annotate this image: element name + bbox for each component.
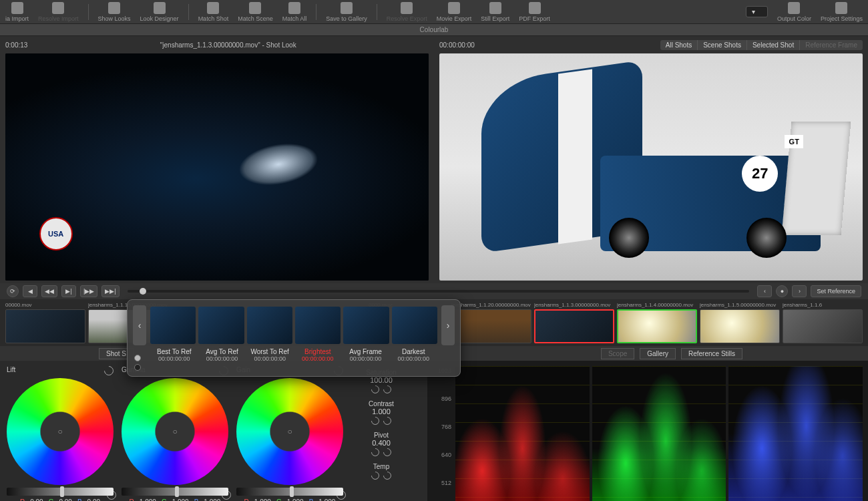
show-looks-button[interactable]: Show Looks (98, 2, 131, 22)
filter-selected-shot[interactable]: Selected Shot (747, 40, 800, 50)
popup-next-button[interactable]: › (441, 305, 455, 345)
nav-prev-button[interactable]: ‹ (757, 285, 772, 297)
contrast-slider[interactable]: Contrast1.000 (351, 400, 411, 429)
popup-option-1[interactable]: Avg To Ref00:00:00:00 (198, 348, 246, 362)
popup-thumb-4[interactable] (343, 307, 389, 344)
left-clip-0[interactable]: 00000.mov (5, 302, 85, 343)
gamma-master-slider[interactable] (122, 488, 228, 496)
left-timecode: 0:00:13 (5, 41, 27, 49)
main-toolbar: ia Import Resolve Import Show Looks Look… (0, 0, 868, 24)
gallery-tab[interactable]: Gallery (640, 348, 676, 359)
pivot-reset-icon[interactable] (370, 447, 381, 458)
lift-master-slider[interactable] (7, 488, 114, 496)
right-clip-3[interactable]: jensharms_1.1.4.00000000.mov (617, 302, 697, 343)
match-shot-button[interactable]: Match Shot (198, 2, 229, 22)
scrubber[interactable] (128, 290, 750, 293)
popup-prev-button[interactable]: ‹ (133, 305, 146, 345)
popup-radio-2[interactable] (134, 364, 141, 371)
reference-stills-tab[interactable]: Reference Stills (681, 348, 742, 359)
popup-option-0[interactable]: Best To Ref00:00:00:00 (150, 348, 198, 362)
gamma-color-wheel[interactable] (122, 378, 228, 485)
back-button[interactable]: ◀ (23, 285, 37, 297)
look-designer-button[interactable]: Look Designer (140, 2, 179, 22)
filter-reference-frame[interactable]: Reference Frame (800, 40, 863, 50)
lift-reset-icon[interactable] (102, 364, 116, 377)
right-viewer: 00:00:00:00 All Shots Scene Shots Select… (434, 36, 868, 283)
prev-clip-button[interactable]: ◀◀ (41, 285, 57, 297)
popup-radio-1[interactable] (134, 355, 141, 361)
app-title-bar: Colourlab (0, 24, 868, 36)
right-clip-1[interactable]: jensharms_1.1.20.00000000.mov (451, 302, 531, 343)
lift-wheel-group: Lift R0.00 G0.00 B0.00 (7, 366, 114, 501)
left-clip-title: "jensharms_1.1.3.00000000.mov" - Shot Lo… (160, 41, 296, 49)
gain-wheel-group: Gain R1.000 G1.000 B1.000 (236, 366, 343, 501)
filmstrip-left: 00000.mov jensharms_1.1.15.00000000.mov … (0, 299, 363, 346)
match-all-button[interactable]: Match All (282, 2, 307, 22)
resolve-import-button[interactable]: Resolve Import (38, 2, 79, 22)
contrast-link-icon[interactable] (382, 415, 393, 427)
scope-red-channel (455, 366, 590, 501)
right-clip-4[interactable]: jensharms_1.1.5.00000000.mov (700, 302, 780, 343)
still-export-button[interactable]: Still Export (481, 2, 509, 22)
pivot-slider[interactable]: Pivot0.400 (351, 432, 411, 460)
scope-y-axis: 1023896768640512384 (431, 365, 454, 501)
resolve-export-button[interactable]: Resolve Export (387, 2, 427, 22)
play-forward-button[interactable]: |▶▶ (80, 285, 97, 297)
adjustment-sliders: Saturation100.00 Contrast1.000 Pivot0.40… (351, 366, 411, 501)
popup-option-3[interactable]: Brightest00:00:00:00 (294, 348, 342, 362)
play-back-button[interactable]: ▶| (61, 285, 76, 297)
frame-select-popup: ‹ › Best To Ref00:00:00:00Avg To Ref00:0… (127, 299, 461, 377)
scope-blue-channel (728, 366, 863, 501)
popup-option-2[interactable]: Worst To Ref00:00:00:00 (246, 348, 294, 362)
filter-scene-shots[interactable]: Scene Shots (698, 40, 747, 50)
filter-all-shots[interactable]: All Shots (660, 40, 698, 50)
scope-green-channel (592, 366, 726, 501)
gain-rgb-readout: R1.000 G1.000 B1.000 (244, 498, 336, 501)
popup-option-4[interactable]: Avg Frame00:00:00:00 (342, 348, 390, 362)
contrast-reset-icon[interactable] (370, 415, 381, 427)
left-viewport[interactable] (5, 53, 429, 281)
gamma-wheel-group: Gamma R1.000 G1.000 B1.000 (122, 366, 228, 501)
color-wheels-panel: Lift R0.00 G0.00 B0.00 Gamma R1.000 G1.0… (0, 361, 427, 501)
scope-tab[interactable]: Scope (601, 348, 634, 359)
shot-filter-pills: All Shots Scene Shots Selected Shot Refe… (660, 40, 863, 50)
nav-next-button[interactable]: › (792, 285, 807, 297)
loop-button[interactable]: ⟳ (7, 285, 19, 297)
save-gallery-button[interactable]: Save to Gallery (326, 2, 367, 22)
left-viewer: 0:00:13 "jensharms_1.1.3.00000000.mov" -… (0, 36, 434, 283)
gamma-rgb-readout: R1.000 G1.000 B1.000 (130, 498, 221, 501)
gain-color-wheel[interactable] (236, 378, 343, 485)
pivot-link-icon[interactable] (382, 447, 393, 458)
right-clip-2[interactable]: jensharms_1.1.3.00000000.mov (534, 302, 614, 343)
lift-rgb-readout: R0.00 G0.00 B0.00 (20, 498, 100, 501)
pdf-export-button[interactable]: PDF Export (519, 2, 550, 22)
popup-thumb-1[interactable] (198, 307, 244, 344)
output-color-button[interactable]: Output Color (777, 2, 811, 22)
temp-slider[interactable]: Temp (351, 463, 411, 484)
toolbar-group-import: ia Import Resolve Import (5, 2, 79, 22)
gain-master-slider[interactable] (236, 488, 343, 496)
saturation-reset-icon[interactable] (370, 384, 381, 395)
saturation-link-icon[interactable] (382, 384, 393, 395)
media-import-button[interactable]: ia Import (5, 2, 29, 22)
temp-reset-icon[interactable] (370, 470, 381, 482)
next-clip-button[interactable]: ▶▶| (101, 285, 119, 297)
lift-label: Lift (7, 366, 15, 375)
popup-thumb-5[interactable] (392, 307, 437, 344)
popup-option-5[interactable]: Darkest00:00:00:00 (389, 348, 437, 362)
temp-link-icon[interactable] (382, 470, 393, 482)
popup-thumb-3[interactable] (295, 307, 341, 344)
transport-bar: ⟳ ◀ ◀◀ ▶| |▶▶ ▶▶| ‹ ● › Set Reference (0, 283, 868, 299)
marker-button[interactable]: ● (776, 285, 788, 297)
match-scene-button[interactable]: Match Scene (238, 2, 273, 22)
popup-thumb-2[interactable] (247, 307, 292, 344)
lift-color-wheel[interactable] (7, 378, 114, 485)
right-viewport[interactable]: 27GT (439, 53, 863, 281)
set-reference-button[interactable]: Set Reference (811, 285, 861, 297)
movie-export-button[interactable]: Movie Export (437, 2, 472, 22)
project-settings-button[interactable]: Project Settings (821, 2, 863, 22)
right-timecode: 00:00:00:00 (439, 41, 475, 49)
right-clip-5[interactable]: jensharms_1.1.6 (783, 302, 863, 343)
popup-thumb-0[interactable] (150, 307, 196, 344)
output-dropdown[interactable]: ▾ (746, 6, 768, 17)
